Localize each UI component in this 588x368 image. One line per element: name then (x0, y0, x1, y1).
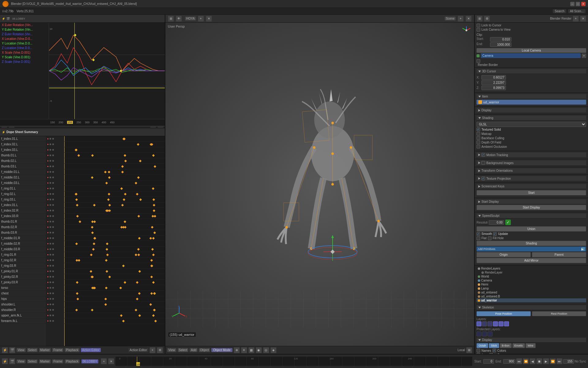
vp-tex-btn[interactable]: ◈ (270, 347, 277, 353)
kf-dot-21-1[interactable] (152, 254, 155, 256)
play-first-btn[interactable]: ⏮ (516, 358, 522, 364)
tl-playback[interactable]: Playback (65, 359, 80, 363)
kf-dot-14-3[interactable] (153, 215, 156, 217)
play-stop-btn[interactable]: ⏹ (536, 358, 542, 364)
origin-btn[interactable]: Origin (477, 252, 531, 257)
start-btn[interactable]: Start (477, 190, 586, 195)
layer-dot-5[interactable] (499, 321, 503, 326)
kf-dot-21-3[interactable] (137, 254, 140, 256)
tl-view[interactable]: View (17, 359, 26, 363)
kf-dot-5-1[interactable] (121, 165, 124, 168)
tl-marker[interactable]: Marker (39, 359, 51, 363)
tl-minus[interactable]: ✕ (108, 358, 114, 364)
vp-select-btn[interactable]: Select (178, 348, 189, 352)
current-val-bot[interactable]: 155 (563, 359, 574, 364)
kf-dot-6-2[interactable] (121, 171, 124, 173)
kf-dot-20-2[interactable] (151, 248, 154, 251)
kf-dot-12-0[interactable] (108, 204, 111, 206)
kf-dot-6-0[interactable] (104, 171, 107, 173)
vp-solid-btn[interactable]: ◉ (256, 347, 262, 353)
kf-dot-20-0[interactable] (92, 248, 95, 251)
kf-dot-24-1[interactable] (138, 270, 141, 273)
play-next-btn[interactable]: ⏩ (550, 358, 556, 364)
kf-dot-29-0[interactable] (77, 298, 79, 300)
vp-add-btn[interactable]: Add (190, 348, 198, 352)
envelo-btn[interactable]: Envelo (512, 343, 525, 348)
pose-position-btn[interactable]: Pose Position (477, 311, 531, 316)
close-button[interactable]: ✕ (581, 2, 586, 6)
play-prev-btn[interactable]: ⏪ (523, 358, 529, 364)
kf-dot-22-0[interactable] (150, 259, 153, 262)
kf-dot-3-3[interactable] (152, 154, 155, 157)
vp-icon-add2[interactable]: + (458, 16, 464, 22)
glsl-select[interactable]: GLSL (477, 122, 586, 127)
kf-dot-28-1[interactable] (150, 292, 153, 295)
kf-dot-10-3[interactable] (75, 193, 77, 195)
tp-expand-icon[interactable] (478, 177, 480, 180)
tl-plus[interactable]: + (101, 358, 107, 364)
parent-btn[interactable]: Parent (532, 252, 586, 257)
kf-dot-31-4[interactable] (75, 309, 78, 311)
tp-check[interactable] (481, 177, 485, 180)
kf-dot-12-2[interactable] (93, 204, 95, 206)
kf-dot-3-0[interactable] (91, 154, 94, 157)
cursor-x-value[interactable]: 0.60127 (481, 75, 506, 80)
kf-dot-31-0[interactable] (91, 309, 93, 311)
bbone-btn[interactable]: B-Bon (500, 343, 512, 348)
dof-check[interactable] (477, 140, 480, 144)
octah-btn[interactable]: Octah (477, 343, 488, 348)
kf-dot-20-3[interactable] (106, 248, 108, 251)
kf-dot-33-0[interactable] (154, 320, 157, 322)
kf-dot-21-0[interactable] (106, 254, 108, 256)
fcurve-icon-btn2[interactable]: 🎬 (9, 127, 15, 128)
maximize-button[interactable]: □ (576, 2, 580, 6)
kf-dot-19-0[interactable] (93, 243, 95, 245)
stick-btn[interactable]: Stick (489, 343, 499, 348)
right-icon2[interactable]: ⚙ (484, 16, 490, 22)
kf-dot-9-1[interactable] (120, 187, 123, 190)
disp-sub-expand[interactable] (478, 339, 481, 341)
tl-select[interactable]: Select (27, 359, 38, 363)
scene-header[interactable]: Scene (445, 17, 456, 21)
timeline-icon2[interactable]: 🎬 (9, 358, 15, 364)
bg-check[interactable] (481, 161, 485, 165)
right-icon1[interactable]: ⊞ (477, 16, 483, 22)
kf-dot-12-1[interactable] (76, 204, 78, 206)
wire-btn2[interactable]: Wire (526, 343, 536, 348)
kf-dot-11-4[interactable] (153, 198, 155, 201)
shading-expand-icon[interactable] (478, 117, 481, 119)
render-border-check[interactable] (477, 59, 480, 63)
right-icon4[interactable]: ✕ (580, 16, 586, 22)
viewport-icon-close[interactable]: ✕ (206, 16, 212, 22)
kf-dot-21-2[interactable] (134, 254, 137, 256)
kf-dot-31-3[interactable] (134, 309, 137, 311)
kf-dot-15-3[interactable] (123, 220, 126, 223)
ds-select[interactable]: Select (27, 348, 38, 352)
item-expand-icon[interactable] (478, 96, 481, 98)
fcurve-icon-btn1[interactable]: ⚡ (1, 127, 7, 128)
tf-expand-icon[interactable] (478, 170, 480, 172)
kf-dot-30-1[interactable] (149, 303, 152, 306)
view-menu[interactable]: View (16, 128, 25, 128)
kf-dot-3-1[interactable] (123, 154, 126, 157)
kf-dot-8-0[interactable] (135, 182, 137, 184)
cursor-y-value[interactable]: 2.22297 (481, 80, 506, 85)
select-menu[interactable]: Select (26, 128, 37, 128)
kf-dot-26-2[interactable] (152, 281, 155, 284)
kf-dot-15-2[interactable] (93, 220, 96, 223)
normalize-btn[interactable]: Normalize (133, 128, 149, 128)
ds-marker[interactable]: Marker (39, 348, 51, 352)
kf-dot-10-0[interactable] (136, 193, 138, 195)
kf-dot-4-0[interactable] (124, 160, 126, 162)
kf-dot-3-2[interactable] (77, 154, 80, 157)
bg-expand-icon[interactable] (478, 162, 480, 164)
viewport-3d[interactable]: User Persp X Y Z (165, 23, 474, 346)
kf-dot-28-0[interactable] (76, 292, 78, 295)
layer-dot-4[interactable] (493, 321, 498, 326)
resolution-confirm-btn[interactable]: ✓ (505, 220, 511, 225)
fcurve-icon-btn4[interactable]: N (157, 127, 164, 128)
play-last-btn[interactable]: ⏭ (556, 358, 563, 364)
mt-expand-icon[interactable] (478, 154, 480, 156)
kf-dot-16-3[interactable] (91, 226, 93, 228)
viewport-icon2[interactable]: 👁 (176, 16, 182, 22)
